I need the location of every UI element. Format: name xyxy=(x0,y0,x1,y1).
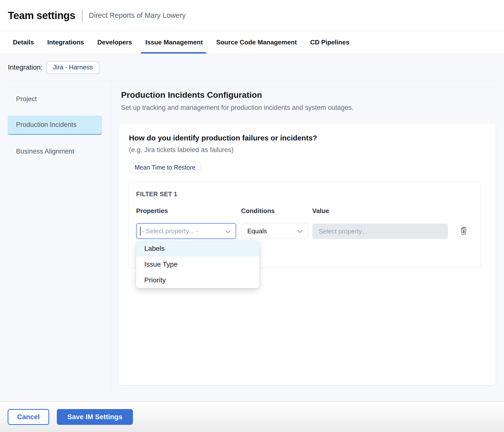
settings-tabbar: Details Integrations Developers Issue Ma… xyxy=(0,31,504,54)
question-hint: (e.g. Jira tickets labeled as failures) xyxy=(129,146,233,154)
tab-source-code-management[interactable]: Source Code Management xyxy=(216,31,297,54)
tab-cd-pipelines[interactable]: CD Pipelines xyxy=(310,31,350,54)
chevron-down-icon xyxy=(297,230,303,234)
delete-filter-button[interactable] xyxy=(458,225,469,236)
settings-sidebar: Project Production Incidents Business Al… xyxy=(0,81,111,401)
main-content: Production Incidents Configuration Set u… xyxy=(111,81,504,401)
action-footer: Cancel Save IM Settings xyxy=(0,401,504,432)
conditions-selected-value: Equals xyxy=(247,227,267,235)
section-title: Production Incidents Configuration xyxy=(121,90,262,100)
save-im-settings-button[interactable]: Save IM Settings xyxy=(57,409,133,425)
tab-details[interactable]: Details xyxy=(12,31,34,54)
trash-icon xyxy=(459,226,468,236)
page-title: Team settings xyxy=(8,10,75,21)
team-name-subtitle: Direct Reports of Mary Lowery xyxy=(89,11,186,20)
value-input[interactable] xyxy=(312,224,448,239)
properties-select[interactable]: - Select property... - xyxy=(136,223,236,239)
sidebar-item-project[interactable]: Project xyxy=(8,89,102,109)
tab-developers[interactable]: Developers xyxy=(97,31,132,54)
incidents-config-card: How do you identify production failures … xyxy=(119,123,496,385)
properties-dropdown-menu: Labels Issue Type Priority xyxy=(136,241,259,288)
question-title: How do you identify production failures … xyxy=(129,134,317,142)
column-label-value: Value xyxy=(312,207,329,215)
dropdown-option-labels[interactable]: Labels xyxy=(136,241,259,256)
page-header: Team settings Direct Reports of Mary Low… xyxy=(0,0,504,31)
sidebar-item-production-incidents[interactable]: Production Incidents xyxy=(8,116,102,135)
integration-chip[interactable]: Jira - Harness xyxy=(46,61,99,74)
column-label-properties: Properties xyxy=(136,207,168,215)
filter-set-title: FILTER SET 1 xyxy=(136,191,177,198)
dropdown-option-priority[interactable]: Priority xyxy=(136,272,259,288)
cancel-button[interactable]: Cancel xyxy=(8,409,49,425)
tab-integrations[interactable]: Integrations xyxy=(47,31,84,54)
section-subtitle: Set up tracking and management for produ… xyxy=(121,104,354,112)
properties-placeholder: - Select property... - xyxy=(142,227,198,235)
column-label-conditions: Conditions xyxy=(241,207,275,215)
chevron-down-icon xyxy=(225,230,231,235)
filter-set-card: FILTER SET 1 Properties Conditions Value… xyxy=(128,181,481,268)
dropdown-option-issue-type[interactable]: Issue Type xyxy=(136,256,259,272)
metric-tab-mean-time-to-restore[interactable]: Mean Time to Restore xyxy=(129,162,201,173)
sidebar-item-business-alignment[interactable]: Business Alignment xyxy=(8,142,102,161)
text-cursor xyxy=(140,227,141,236)
integration-row: Integration: Jira - Harness xyxy=(0,54,504,81)
conditions-select[interactable]: Equals xyxy=(241,223,308,239)
header-divider xyxy=(82,10,83,21)
tab-issue-management[interactable]: Issue Management xyxy=(145,31,203,54)
integration-label: Integration: xyxy=(8,63,42,71)
